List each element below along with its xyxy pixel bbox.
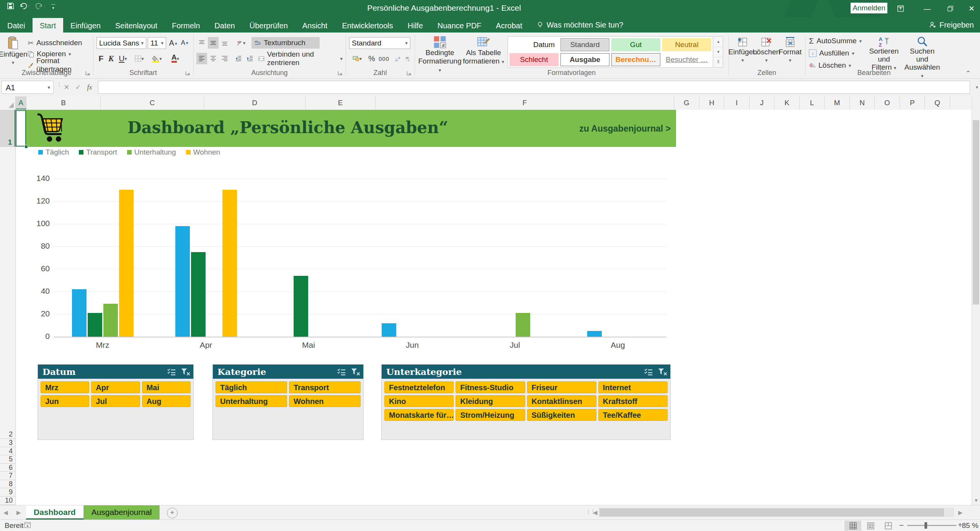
alignment-dialog-launcher[interactable] xyxy=(337,70,343,77)
ribbon-tab-start[interactable]: Start xyxy=(33,18,63,33)
slicer-item-Monatskartefr[interactable]: Monatskarte für… xyxy=(384,409,454,421)
column-header-P[interactable]: P xyxy=(900,96,925,109)
sign-in-button[interactable]: Anmelden xyxy=(851,3,887,13)
cell-style-Besuchter[interactable]: Besuchter … xyxy=(662,53,711,66)
number-dialog-launcher[interactable] xyxy=(406,70,412,77)
row-header-6[interactable]: 6 xyxy=(0,464,15,472)
ribbon-tab-acrobat[interactable]: Acrobat xyxy=(488,18,529,33)
ribbon-tab-formeln[interactable]: Formeln xyxy=(165,18,207,33)
orientation-button[interactable]: ab▾ xyxy=(233,37,248,49)
vertical-scroll-thumb[interactable] xyxy=(973,120,979,305)
share-button[interactable]: Freigeben xyxy=(929,17,974,33)
clear-filter-icon[interactable] xyxy=(657,368,667,376)
sheet-nav-left-icon[interactable]: ◀ xyxy=(0,505,11,520)
zoom-slider-track[interactable] xyxy=(907,525,956,526)
zoom-level[interactable]: 85 % xyxy=(962,521,978,530)
slicer-item-Transport[interactable]: Transport xyxy=(289,381,361,393)
comma-style-button[interactable]: 000 xyxy=(377,53,390,64)
format-as-table-button[interactable]: Als Tabelle formatieren ▾ xyxy=(463,36,504,66)
slicer-item-Kontaktlinsen[interactable]: Kontaktlinsen xyxy=(527,395,596,407)
new-sheet-button[interactable]: + xyxy=(167,508,178,518)
sort-filter-button[interactable]: AZ Sortieren und Filtern ▾ xyxy=(866,36,902,72)
zoom-slider-thumb[interactable] xyxy=(924,522,927,529)
expenses-bar-chart[interactable]: TäglichTransportUnterhaltungWohnen 02040… xyxy=(23,147,674,356)
ribbon-tab-nuance-pdf[interactable]: Nuance PDF xyxy=(430,18,489,33)
slicer-item-Mrz[interactable]: Mrz xyxy=(41,381,89,393)
slicer-item-Internet[interactable]: Internet xyxy=(598,381,668,393)
bold-button[interactable]: F xyxy=(96,53,106,64)
row-header-7[interactable]: 7 xyxy=(0,472,15,480)
slicer-kategorie[interactable]: KategorieTäglichTransportUnterhaltungWoh… xyxy=(212,364,364,440)
column-header-N[interactable]: N xyxy=(850,96,875,109)
row-header-4[interactable]: 4 xyxy=(0,447,15,455)
ribbon-tab-ansicht[interactable]: Ansicht xyxy=(295,18,335,33)
slicer-item-Festnetztelefon[interactable]: Festnetztelefon xyxy=(384,381,454,393)
row-header-2[interactable]: 2 xyxy=(0,147,15,439)
font-dialog-launcher[interactable] xyxy=(185,70,191,77)
row-header-3[interactable]: 3 xyxy=(0,439,15,447)
normal-view-icon[interactable] xyxy=(844,521,861,531)
vertical-scrollbar[interactable]: ▼ xyxy=(972,96,980,505)
column-header-H[interactable]: H xyxy=(699,96,724,109)
column-header-C[interactable]: C xyxy=(101,96,204,109)
ribbon-tab-entwicklertools[interactable]: Entwicklertools xyxy=(335,18,400,33)
minimize-button[interactable]: — xyxy=(919,0,936,17)
underline-button[interactable]: U▾ xyxy=(116,53,129,64)
column-header-O[interactable]: O xyxy=(875,96,900,109)
gallery-scroll-down-icon[interactable]: ▼ xyxy=(714,47,723,57)
cancel-entry-icon[interactable]: ✕ xyxy=(61,81,72,94)
slicer-item-Aug[interactable]: Aug xyxy=(142,395,191,407)
slicer-item-StromHeizung[interactable]: Strom/Heizung xyxy=(456,409,525,421)
selected-cell-a1[interactable] xyxy=(16,110,26,147)
ribbon-display-options-icon[interactable] xyxy=(892,0,909,17)
ribbon-tab-überprüfen[interactable]: Überprüfen xyxy=(242,18,295,33)
decrease-decimal-icon[interactable]: .00→.0 xyxy=(403,53,413,64)
align-bottom-icon[interactable] xyxy=(219,37,230,49)
column-header-E[interactable]: E xyxy=(305,96,376,109)
cell-style-Standard[interactable]: Standard xyxy=(560,38,609,51)
column-header-K[interactable]: K xyxy=(774,96,800,109)
horizontal-scroll-thumb[interactable] xyxy=(599,508,944,516)
slicer-item-Kraftstoff[interactable]: Kraftstoff xyxy=(598,395,668,407)
align-center-icon[interactable] xyxy=(208,53,219,64)
ribbon-tab-datei[interactable]: Datei xyxy=(0,18,33,33)
hscroll-right-icon[interactable]: ▶ xyxy=(955,505,966,520)
insert-function-icon[interactable]: fx xyxy=(84,81,95,94)
zoom-out-icon[interactable]: − xyxy=(898,521,905,530)
horizontal-scrollbar[interactable] xyxy=(599,508,954,517)
ribbon-tab-seitenlayout[interactable]: Seitenlayout xyxy=(108,18,165,33)
redo-button[interactable]: ▾ xyxy=(36,2,46,10)
row-header-10[interactable]: 10 xyxy=(0,497,15,505)
journal-link[interactable]: zu Ausgabenjournal > xyxy=(579,124,671,134)
sheet-tab-dashboard[interactable]: Dashboard xyxy=(26,505,84,520)
column-header-I[interactable]: I xyxy=(724,96,750,109)
customize-qat-button[interactable]: ―▾ xyxy=(51,3,55,10)
tell-me-box[interactable]: Was möchten Sie tun? xyxy=(531,17,629,33)
page-break-view-icon[interactable] xyxy=(880,521,897,531)
increase-decimal-icon[interactable]: ←.0.00 xyxy=(392,53,402,64)
insert-cells-button[interactable]: Einfügen▾ xyxy=(732,36,754,65)
name-box[interactable]: A1▾ xyxy=(2,81,54,94)
slicer-datum[interactable]: DatumMrzAprMaiJunJulAug xyxy=(38,364,194,440)
fill-button[interactable]: ↓Ausfüllen▾ xyxy=(809,48,854,59)
grow-font-button[interactable]: A▲ xyxy=(168,37,179,49)
align-top-icon[interactable] xyxy=(196,37,207,49)
merge-center-button[interactable]: Verbinden und zentrieren▾ xyxy=(258,53,343,64)
align-right-icon[interactable] xyxy=(219,53,230,64)
sheet-tab-ausgabenjournal[interactable]: Ausgabenjournal xyxy=(84,505,160,520)
slicer-item-Friseur[interactable]: Friseur xyxy=(527,381,596,393)
cell-style-Datum[interactable]: Datum xyxy=(510,38,559,51)
autosum-button[interactable]: ΣAutoSumme▾ xyxy=(809,36,862,46)
row-header-9[interactable]: 9 xyxy=(0,488,15,497)
cell-style-Gut[interactable]: Gut xyxy=(611,38,660,51)
gallery-scroll-up-icon[interactable]: ▲ xyxy=(714,37,723,47)
slicer-item-Jun[interactable]: Jun xyxy=(41,395,89,407)
column-header-F[interactable]: F xyxy=(376,96,674,109)
multiselect-icon[interactable] xyxy=(167,368,176,376)
decrease-indent-icon[interactable] xyxy=(233,53,244,64)
column-header-M[interactable]: M xyxy=(825,96,850,109)
cell-style-Neutral[interactable]: Neutral xyxy=(662,38,711,51)
undo-button[interactable]: ▾ xyxy=(20,2,30,10)
macro-record-icon[interactable] xyxy=(24,521,31,529)
column-header-B[interactable]: B xyxy=(26,96,101,109)
